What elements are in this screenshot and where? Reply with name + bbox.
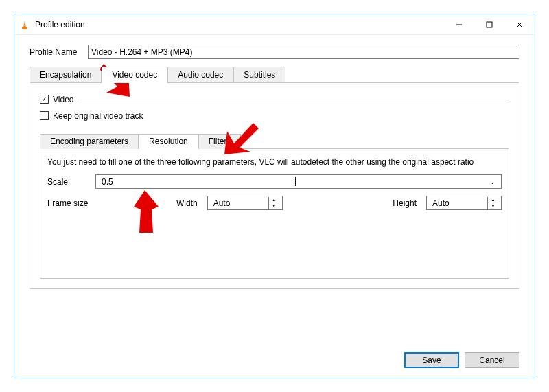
text-caret-icon: [295, 177, 296, 186]
chevron-down-icon: ⌄: [487, 178, 498, 185]
video-codec-panel: Video Keep original video track Encoding…: [30, 82, 519, 289]
tab-resolution[interactable]: Resolution: [139, 134, 198, 149]
height-label: Height: [393, 198, 417, 208]
spinner-icon: ▲▼: [487, 197, 498, 209]
maximize-button[interactable]: [474, 14, 504, 34]
profile-edition-window: Profile edition Profile Name: [14, 14, 535, 378]
window-title: Profile edition: [35, 20, 444, 30]
svg-rect-5: [487, 22, 492, 27]
height-spinner[interactable]: Auto ▲▼: [426, 196, 502, 210]
tab-encapsulation[interactable]: Encapsulation: [30, 67, 102, 83]
width-label: Width: [176, 198, 198, 208]
minimize-button[interactable]: [444, 14, 474, 34]
svg-rect-2: [23, 25, 27, 25]
tab-subtitles[interactable]: Subtitles: [233, 67, 285, 83]
tab-video-codec[interactable]: Video codec: [102, 67, 167, 83]
width-value: Auto: [211, 198, 268, 208]
svg-rect-3: [22, 27, 27, 29]
height-value: Auto: [430, 198, 487, 208]
spinner-icon: ▲▼: [268, 197, 279, 209]
profile-name-label: Profile Name: [30, 47, 88, 57]
video-checkbox-label: Video: [53, 95, 73, 104]
vlc-cone-icon: [20, 20, 30, 30]
save-button[interactable]: Save: [404, 352, 459, 368]
video-checkbox[interactable]: [40, 95, 49, 104]
scale-label: Scale: [47, 177, 95, 187]
tab-audio-codec[interactable]: Audio codec: [167, 67, 233, 83]
titlebar: Profile edition: [14, 14, 535, 35]
keep-original-label: Keep original video track: [53, 111, 143, 121]
width-spinner[interactable]: Auto ▲▼: [207, 196, 283, 210]
cancel-button[interactable]: Cancel: [465, 352, 519, 368]
tab-filters[interactable]: Filters: [198, 134, 242, 149]
scale-value: 0.5: [99, 177, 296, 187]
svg-marker-0: [23, 21, 26, 27]
close-button[interactable]: [504, 14, 535, 34]
profile-name-input[interactable]: [88, 45, 519, 59]
scale-combo[interactable]: 0.5 ⌄: [95, 174, 502, 189]
resolution-hint: You just need to fill one of the three f…: [47, 157, 502, 168]
framesize-label: Frame size: [47, 198, 95, 208]
tab-encoding-parameters[interactable]: Encoding parameters: [40, 134, 139, 149]
keep-original-checkbox[interactable]: [40, 111, 49, 120]
resolution-panel: You just need to fill one of the three f…: [40, 148, 509, 279]
svg-rect-1: [23, 23, 26, 23]
